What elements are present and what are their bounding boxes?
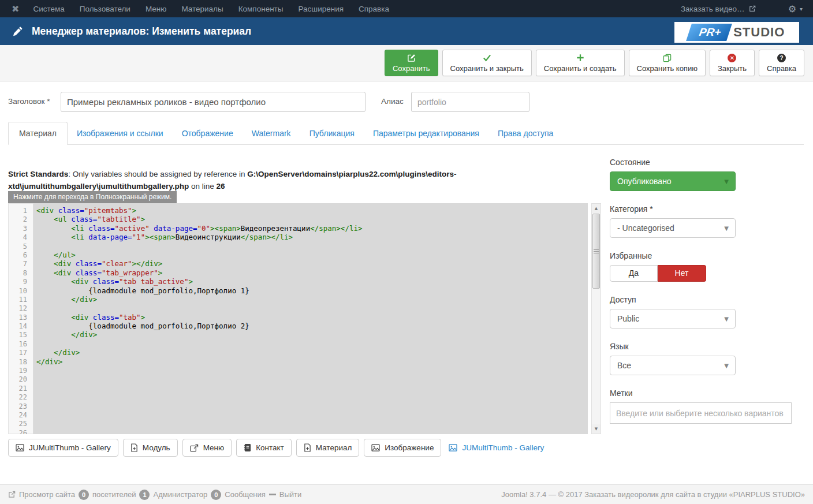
tab-publishing[interactable]: Публикация	[300, 122, 364, 144]
external-link-icon	[8, 491, 16, 498]
contact-button[interactable]: Контакт	[236, 439, 292, 457]
category-label: Категория *	[610, 204, 804, 214]
chevron-down-icon: ▾	[800, 6, 803, 12]
save-close-button[interactable]: Сохранить и закрыть	[442, 50, 532, 76]
editor-buttons-row: JUMultiThumb - Gallery Модуль Меню Конта…	[8, 439, 544, 457]
code-line: </div>	[36, 330, 588, 339]
fullscreen-tooltip: Нажмите для перехода в Полноэкранный реж…	[8, 191, 177, 203]
close-button[interactable]: ✕ Закрыть	[710, 50, 755, 76]
admin-statusbar: Просмотр сайта 0 посетителей 1 Администр…	[0, 484, 813, 504]
image-icon	[16, 444, 24, 451]
chevron-down-icon: ▼	[724, 316, 729, 322]
help-label: Справка	[767, 64, 796, 73]
code-line	[36, 393, 588, 401]
scroll-down-arrow[interactable]: ▼	[592, 424, 601, 434]
code-line	[36, 410, 588, 419]
code-line: <ul class="tabtitle">	[36, 215, 588, 223]
line-number: 26	[9, 429, 33, 434]
menu-item-extensions[interactable]: Расширения	[298, 5, 344, 13]
tab-images-links[interactable]: Изображения и ссылки	[68, 122, 173, 144]
code-line: <div class="pitemtabs">	[36, 206, 588, 215]
code-line: {loadmodule mod_porfolio,Портфолио 1}	[36, 286, 588, 295]
code-line: <li class="active" data-page="0"><span>В…	[36, 224, 588, 233]
code-line	[36, 419, 588, 428]
joomla-logo-icon: ✖	[12, 3, 19, 14]
share-arrow-icon	[190, 444, 199, 452]
scrollbar-thumb[interactable]	[592, 214, 600, 289]
code-line: </div>	[36, 348, 588, 357]
article-label: Материал	[316, 443, 352, 452]
article-button[interactable]: Материал	[296, 439, 360, 457]
save-icon	[407, 53, 416, 62]
save-new-button[interactable]: Сохранить и создать	[536, 50, 625, 76]
line-number: 2	[9, 215, 33, 224]
line-number: 21	[9, 384, 33, 393]
jumultithumb-gallery-button[interactable]: JUMultiThumb - Gallery	[8, 439, 118, 457]
user-settings-menu[interactable]: ⚙ ▾	[788, 3, 803, 14]
site-preview-label: Заказать видео…	[681, 5, 745, 13]
scrollbar-grip-icon	[594, 249, 599, 253]
tab-watermark[interactable]: Watermark	[243, 122, 300, 144]
tab-permissions[interactable]: Права доступа	[488, 122, 562, 144]
view-site-link[interactable]: Просмотр сайта	[8, 490, 75, 499]
admins-count-badge: 1	[139, 490, 150, 500]
address-book-icon	[244, 443, 251, 452]
menu-button[interactable]: Меню	[182, 439, 232, 457]
image-icon	[449, 444, 457, 451]
code-lines[interactable]: <div class="pitemtabs"> <ul class="tabti…	[33, 203, 588, 434]
tab-material[interactable]: Материал	[8, 122, 68, 145]
site-preview-link[interactable]: Заказать видео…	[681, 5, 756, 13]
code-line	[36, 242, 588, 251]
menu-item-components[interactable]: Компоненты	[238, 5, 284, 13]
access-select[interactable]: Public ▼	[610, 309, 736, 328]
close-circle-icon: ✕	[728, 53, 736, 62]
access-label: Доступ	[610, 295, 804, 304]
menu-item-menus[interactable]: Меню	[146, 5, 167, 13]
tab-display[interactable]: Отображение	[173, 122, 243, 144]
language-select[interactable]: Все ▼	[610, 356, 736, 375]
line-number: 15	[9, 331, 33, 339]
tab-editing-params[interactable]: Параметры редактирования	[364, 122, 488, 144]
menu-item-help[interactable]: Справка	[359, 5, 389, 13]
line-number: 20	[9, 375, 33, 384]
line-number: 25	[9, 420, 33, 428]
state-select[interactable]: Опубликовано ▼	[610, 171, 736, 191]
publish-sidebar: Состояние Опубликовано ▼ Категория * - U…	[610, 158, 804, 424]
notice-text-1: : Only variables should be assigned by r…	[68, 170, 247, 178]
strict-standards-notice: Strict Standards: Only variables should …	[8, 168, 590, 192]
featured-no-button[interactable]: Нет	[658, 265, 706, 282]
line-number: 14	[9, 322, 33, 331]
save-button[interactable]: Сохранить	[385, 50, 438, 76]
line-number: 9	[9, 278, 33, 286]
line-number: 4	[9, 233, 33, 242]
external-link-icon	[749, 5, 756, 12]
editor-scrollbar[interactable]: ▲ ▼	[591, 203, 601, 434]
scroll-up-arrow[interactable]: ▲	[592, 204, 601, 213]
admins-label: Администратор	[153, 490, 207, 499]
help-circle-icon: ?	[777, 53, 786, 62]
menu-item-content[interactable]: Материалы	[181, 5, 223, 13]
code-editor[interactable]: 1234567891011121314151617181920212223242…	[8, 203, 588, 434]
alias-field-label: Алиас	[381, 97, 404, 106]
messages-label: Сообщения	[225, 490, 266, 499]
save-copy-button[interactable]: Сохранить копию	[629, 50, 706, 76]
menu-item-system[interactable]: Система	[33, 5, 64, 13]
logout-link[interactable]: Выйти	[279, 490, 302, 499]
menu-item-users[interactable]: Пользователи	[80, 5, 130, 13]
code-line: </ul>	[36, 251, 588, 259]
article-title-input[interactable]	[61, 92, 366, 112]
module-button[interactable]: Модуль	[123, 439, 178, 457]
jumultithumb-gallery-link[interactable]: JUMultiThumb - Gallery	[449, 443, 544, 452]
title-field-label: Заголовок *	[8, 97, 50, 106]
line-number: 18	[9, 358, 33, 367]
category-select[interactable]: - Uncategorised ▼	[610, 218, 736, 238]
help-button[interactable]: ? Справка	[759, 50, 804, 76]
tags-input[interactable]	[610, 402, 792, 424]
line-number: 11	[9, 296, 33, 304]
image-button[interactable]: Изображение	[364, 439, 441, 457]
code-line	[36, 366, 588, 375]
toolbar: Сохранить Сохранить и закрыть Сохранить …	[385, 50, 804, 76]
alias-input[interactable]	[411, 92, 529, 112]
featured-yes-button[interactable]: Да	[610, 265, 658, 282]
admin-menu: Система Пользователи Меню Материалы Комп…	[33, 5, 389, 13]
